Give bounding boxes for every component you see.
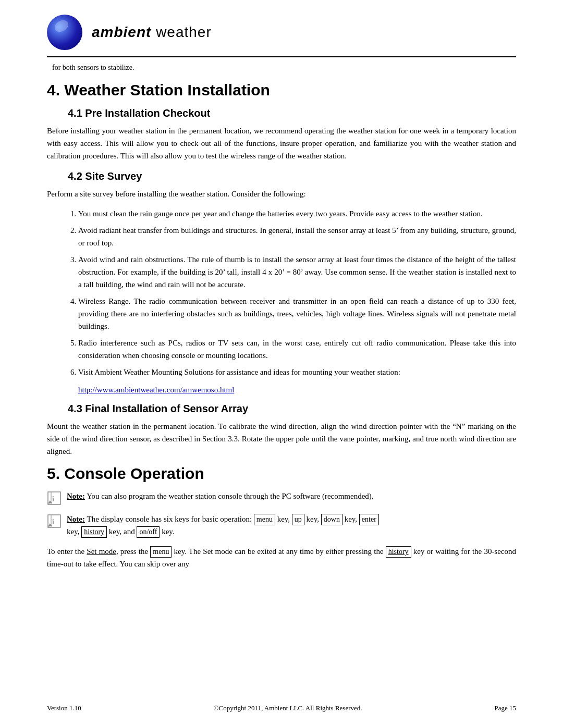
note2-sep3: key, <box>345 515 359 523</box>
list-item: Avoid radiant heat transfer from buildin… <box>78 224 516 249</box>
note1-block: i Note: You can also program the weather… <box>47 490 516 505</box>
key-up: up <box>292 514 304 525</box>
note2-sep1: key, <box>277 515 292 523</box>
section4-title: 4. Weather Station Installation <box>47 81 516 99</box>
list-item: Wireless Range. The radio communication … <box>78 295 516 332</box>
list-item: Avoid wind and rain obstructions. The ru… <box>78 253 516 291</box>
footer: Version 1.10 ©Copyright 2011, Ambient LL… <box>47 704 516 712</box>
brand-light: weather <box>151 24 211 40</box>
section41-body: Before installing your weather station i… <box>47 125 516 162</box>
note1-body: You can also program the weather station… <box>85 492 374 500</box>
note1-label: Note: <box>67 492 85 500</box>
key-enter: enter <box>359 514 379 525</box>
note2-end: key. <box>162 527 174 536</box>
svg-text:i: i <box>52 518 54 526</box>
note2-icon: i <box>47 514 62 528</box>
key-onoff: on/off <box>137 526 160 538</box>
section42-intro: Perform a site survey before installing … <box>47 188 516 200</box>
note1-text: Note: You can also program the weather s… <box>67 490 374 502</box>
section42-title: 4.2 Site Survey <box>47 170 516 182</box>
note2-body-pre: The display console has six keys for bas… <box>87 515 253 523</box>
note3-paragraph: To enter the Set mode, press the menu ke… <box>47 545 516 570</box>
note3-key-history: history <box>386 546 411 558</box>
brand-name: ambient weather <box>92 24 212 41</box>
note3-mid: , press the <box>116 547 150 556</box>
header: ambient weather <box>47 0 516 57</box>
section5-title: 5. Console Operation <box>47 465 516 483</box>
page: ambient weather for both sensors to stab… <box>0 0 563 728</box>
footer-version: Version 1.10 <box>47 704 81 712</box>
site-survey-list: You must clean the rain gauge once per y… <box>78 207 516 378</box>
section41-title: 4.1 Pre Installation Checkout <box>47 107 516 119</box>
note3-pre: To enter the <box>47 547 87 556</box>
note3-key-menu: menu <box>150 546 172 558</box>
section43-body: Mount the weather station in the permane… <box>47 420 516 458</box>
list-item: Visit Ambient Weather Mounting Solutions… <box>78 366 516 378</box>
svg-text:i: i <box>52 495 54 503</box>
footer-page: Page 15 <box>494 704 516 712</box>
note2-text: Note: The display console has six keys f… <box>67 513 379 538</box>
note2-sep4: key, <box>67 527 81 536</box>
note2-sep5: key, and <box>109 527 137 536</box>
note3-set-mode: Set mode <box>87 547 116 556</box>
note3-after: key. The Set mode can be exited at any t… <box>172 547 385 556</box>
key-menu: menu <box>254 514 275 525</box>
key-down: down <box>321 514 342 525</box>
note2-block: i Note: The display console has six keys… <box>47 513 516 538</box>
mounting-link[interactable]: http://www.ambientweather.com/amwemoso.h… <box>78 386 516 394</box>
note2-sep2: key, <box>307 515 321 523</box>
footer-copyright: ©Copyright 2011, Ambient LLC. All Rights… <box>214 704 362 712</box>
list-item: You must clean the rain gauge once per y… <box>78 207 516 220</box>
key-history: history <box>81 526 107 538</box>
logo-icon <box>47 15 82 50</box>
section43-title: 4.3 Final Installation of Sensor Array <box>47 403 516 415</box>
note1-icon: i <box>47 491 62 505</box>
list-item: Radio interference such as PCs, radios o… <box>78 337 516 362</box>
note2-label: Note: <box>67 515 85 523</box>
intro-text: for both sensors to stabilize. <box>52 64 516 72</box>
brand-bold: ambient <box>92 24 151 40</box>
